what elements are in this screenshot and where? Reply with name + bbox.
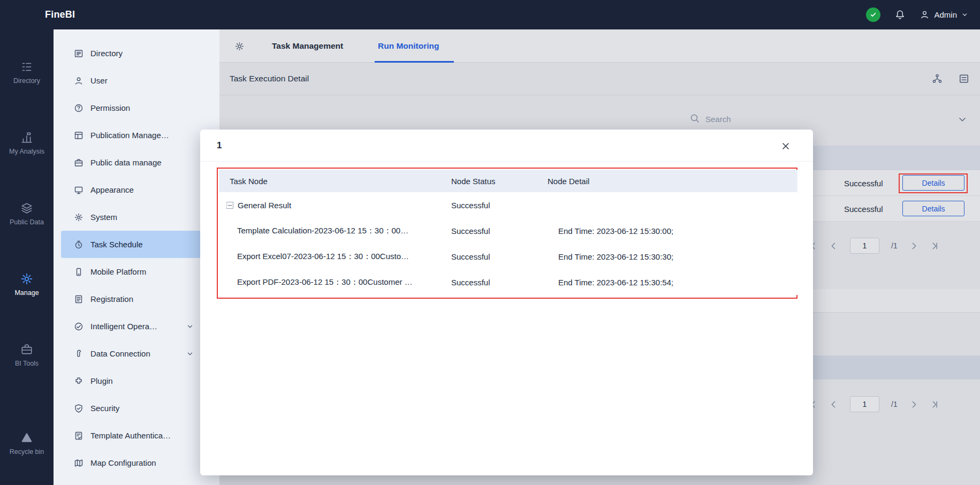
node-row-general-result: General Result Successful bbox=[219, 192, 797, 218]
rail-item-label: Manage bbox=[14, 289, 39, 297]
node-table-header: Task Node Node Status Node Detail bbox=[219, 170, 797, 192]
node-status: Successful bbox=[451, 226, 548, 236]
col-header-node-detail: Node Detail bbox=[548, 177, 797, 186]
plugin-icon bbox=[74, 376, 83, 386]
sidebar-item-label: Data Connection bbox=[90, 349, 150, 358]
public-data-icon bbox=[20, 202, 33, 215]
manage-gear-icon bbox=[20, 272, 33, 285]
sidebar-item-map-configuration[interactable]: Map Configuration bbox=[54, 449, 219, 476]
security-icon bbox=[74, 404, 83, 413]
directory-icon bbox=[20, 60, 33, 73]
sidebar-item-label: Plugin bbox=[90, 376, 113, 385]
rail-item-directory[interactable]: Directory bbox=[0, 60, 54, 96]
map-config-icon bbox=[74, 458, 83, 468]
node-table: Task Node Node Status Node Detail Genera… bbox=[219, 170, 797, 295]
col-header-task-node: Task Node bbox=[219, 177, 451, 186]
sidebar-item-plugin[interactable]: Plugin bbox=[54, 367, 219, 395]
sidebar-item-label: Intelligent Opera… bbox=[90, 322, 157, 331]
appearance-icon bbox=[74, 185, 83, 195]
sidebar-item-data-connection[interactable]: Data Connection bbox=[54, 340, 219, 367]
sidebar-item-label: Map Configuration bbox=[90, 458, 156, 467]
rail-item-public-data[interactable]: Public Data bbox=[0, 202, 54, 237]
chevron-down-icon bbox=[961, 11, 968, 18]
task-schedule-clock-icon bbox=[74, 240, 83, 249]
admin-label: Admin bbox=[934, 10, 957, 19]
finebi-screen: FineBI Admin Directory bbox=[0, 0, 980, 485]
sidebar-item-publication-manage[interactable]: Publication Manage… bbox=[54, 122, 219, 149]
sidebar-item-appearance[interactable]: Appearance bbox=[54, 176, 219, 203]
node-status: Successful bbox=[451, 201, 548, 210]
node-name: Export PDF-2023-06-12 15：30：00Customer … bbox=[219, 277, 451, 287]
permission-icon bbox=[74, 103, 83, 113]
rail-item-label: Directory bbox=[13, 77, 40, 85]
node-detail: End Time: 2023-06-12 15:30:30; bbox=[548, 252, 797, 261]
user-icon bbox=[74, 76, 83, 86]
table-highlight-annotation: Task Node Node Status Node Detail Genera… bbox=[217, 168, 797, 299]
sidebar-item-label: Permission bbox=[90, 103, 130, 112]
sidebar-item-label: Publication Manage… bbox=[90, 131, 169, 140]
rail-item-label: Recycle bin bbox=[10, 448, 44, 456]
modal-header: 1 bbox=[200, 130, 813, 162]
node-name: Template Calculation-2023-06-12 15：30：00… bbox=[219, 226, 451, 236]
user-avatar-icon bbox=[920, 10, 930, 20]
sidebar-item-label: Security bbox=[90, 404, 119, 413]
sidebar-item-label: Appearance bbox=[90, 185, 134, 194]
recycle-bin-icon bbox=[20, 431, 33, 444]
notification-bell-icon[interactable] bbox=[894, 9, 906, 20]
directory-list-icon bbox=[74, 49, 83, 58]
task-node-modal: 1 Task Node Node Status Node Detail G bbox=[200, 130, 813, 475]
rail-item-label: My Analysis bbox=[9, 148, 44, 155]
registration-icon bbox=[74, 294, 83, 304]
rail-item-recycle-bin[interactable]: Recycle bin bbox=[0, 431, 54, 467]
node-status: Successful bbox=[451, 278, 548, 287]
collapse-minus-icon[interactable] bbox=[226, 202, 233, 209]
service-status-icon[interactable] bbox=[866, 7, 880, 22]
topbar: FineBI Admin bbox=[0, 0, 980, 29]
sidebar-item-label: Directory bbox=[90, 49, 123, 58]
node-detail: End Time: 2023-06-12 15:30:00; bbox=[548, 226, 797, 236]
manage-sidebar: Directory User Permission Publication Ma… bbox=[54, 29, 219, 485]
rail-item-my-analysis[interactable]: My Analysis bbox=[0, 131, 54, 166]
sidebar-item-label: Task Schedule bbox=[90, 240, 143, 249]
sidebar-item-intelligent-operation[interactable]: Intelligent Opera… bbox=[54, 313, 219, 340]
chevron-down-icon bbox=[186, 350, 194, 358]
bi-tools-icon bbox=[20, 343, 33, 356]
rail-item-label: BI Tools bbox=[15, 360, 39, 367]
analysis-icon bbox=[20, 131, 33, 144]
node-status: Successful bbox=[451, 252, 548, 261]
sidebar-item-label: Mobile Platform bbox=[90, 267, 146, 276]
col-header-node-status: Node Status bbox=[451, 177, 548, 186]
sidebar-item-label: System bbox=[90, 213, 117, 222]
close-icon[interactable] bbox=[781, 140, 796, 152]
rail-item-manage[interactable]: Manage bbox=[0, 272, 54, 308]
system-gear-icon bbox=[74, 213, 83, 222]
sidebar-item-label: Registration bbox=[90, 294, 133, 304]
sidebar-item-registration[interactable]: Registration bbox=[54, 285, 219, 313]
node-name: Export Excel07-2023-06-12 15：30：00Custo… bbox=[219, 252, 451, 262]
template-auth-icon bbox=[74, 431, 83, 441]
sidebar-item-mobile-platform[interactable]: Mobile Platform bbox=[54, 258, 219, 285]
intelligent-icon bbox=[74, 322, 83, 331]
sidebar-item-template-authentication[interactable]: Template Authentica… bbox=[54, 422, 219, 449]
sidebar-item-public-data-manage[interactable]: Public data manage bbox=[54, 149, 219, 176]
data-connection-icon bbox=[74, 349, 83, 359]
brand-logo: FineBI bbox=[45, 9, 75, 20]
admin-menu[interactable]: Admin bbox=[920, 10, 968, 20]
sidebar-item-label: Template Authentica… bbox=[90, 431, 171, 440]
left-rail: Directory My Analysis Public Data Manage… bbox=[0, 29, 54, 485]
node-name: General Result bbox=[238, 201, 291, 210]
modal-title: 1 bbox=[217, 140, 222, 151]
sidebar-item-security[interactable]: Security bbox=[54, 395, 219, 422]
sidebar-item-permission[interactable]: Permission bbox=[54, 94, 219, 122]
mobile-icon bbox=[74, 267, 83, 277]
sidebar-item-label: User bbox=[90, 76, 108, 85]
sidebar-item-user[interactable]: User bbox=[54, 67, 219, 94]
rail-item-label: Public Data bbox=[10, 218, 44, 226]
public-data-manage-icon bbox=[74, 158, 83, 168]
chevron-down-icon bbox=[186, 323, 194, 330]
sidebar-item-directory[interactable]: Directory bbox=[54, 40, 219, 67]
sidebar-item-task-schedule[interactable]: Task Schedule bbox=[61, 231, 212, 258]
rail-item-bi-tools[interactable]: BI Tools bbox=[0, 343, 54, 378]
sidebar-item-system[interactable]: System bbox=[54, 203, 219, 231]
sidebar-item-label: Public data manage bbox=[90, 158, 162, 167]
